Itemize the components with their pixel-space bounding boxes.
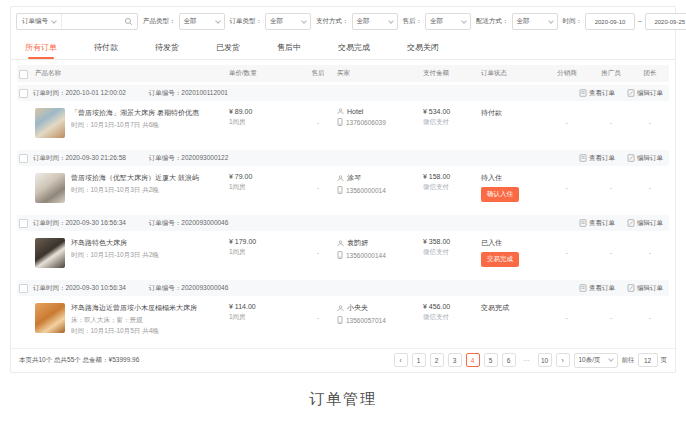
filter-label: 时间： (563, 17, 583, 26)
tab-aftersale[interactable]: 售后中 (277, 36, 301, 59)
page-summary: 本页共10个 总共55个 总金额：¥53999.96 (19, 356, 139, 365)
tab-completed[interactable]: 交易完成 (338, 36, 370, 59)
quantity: 1间房 (229, 183, 299, 192)
page-ellipsis[interactable]: ··· (520, 353, 534, 367)
chevron-down-icon (608, 357, 614, 363)
filter-pay-method: 支付方式： 全部 (316, 13, 398, 30)
person-icon (337, 240, 344, 247)
list-footer: 本页共10个 总共55个 总金额：¥53999.96 ‹ 1 2 3 4 5 6… (11, 348, 675, 372)
edit-order-button[interactable]: 编辑订单 (627, 284, 663, 293)
page-button-3[interactable]: 3 (448, 353, 462, 367)
page-button-10[interactable]: 10 (538, 353, 552, 367)
page-button-1[interactable]: 1 (412, 353, 426, 367)
order-status: 已入住 (481, 238, 545, 248)
edit-order-button[interactable]: 编辑订单 (627, 154, 663, 163)
product-image (35, 238, 65, 268)
tab-all-orders[interactable]: 所有订单 (25, 36, 57, 59)
date-start-input[interactable] (585, 13, 635, 30)
order-no-label: 订单编号： (149, 284, 182, 291)
order-checkbox[interactable] (19, 219, 28, 228)
filter-product-type: 产品类型： 全部 (143, 13, 225, 30)
select-all-checkbox[interactable] (19, 70, 28, 79)
order-checkbox[interactable] (19, 89, 28, 98)
unit-price: ¥ 79.00 (229, 173, 299, 180)
product-name: 环岛路海边近曾厝垵小木屋榻榻米大床房 (71, 303, 197, 313)
distributor-value: - (545, 108, 589, 126)
order-status: 交易完成 (481, 303, 545, 313)
view-order-label: 查看订单 (589, 154, 615, 163)
jump-suffix: 页 (661, 356, 668, 365)
chevron-down-icon (548, 18, 554, 24)
next-page-button[interactable]: › (556, 353, 570, 367)
pay-method: 微信支付 (423, 248, 481, 257)
col-order-status: 订单状态 (481, 69, 545, 78)
page-button-5[interactable]: 5 (484, 353, 498, 367)
buyer-phone: 13560000014 (346, 187, 386, 194)
product-image (35, 108, 65, 138)
filter-label: 产品类型： (143, 17, 176, 26)
tab-shipped[interactable]: 已发货 (216, 36, 240, 59)
search-field-select[interactable]: 订单编号 (17, 14, 62, 29)
page-title: 订单管理 (0, 390, 686, 409)
date-end-input[interactable] (645, 13, 686, 30)
aftersale-select[interactable]: 全部 (425, 13, 471, 30)
edit-icon (627, 89, 635, 97)
view-order-button[interactable]: 查看订单 (579, 219, 615, 228)
order-row: 曾厝垵拾海（优墅大床房）近厦大 鼓浪屿 时间：10月1日-10月3日 共2晚 ¥… (17, 166, 669, 212)
col-leader: 团长 (633, 69, 667, 78)
table-header-row: 产品名称 单价/数量 售后 买家 支付金额 订单状态 分销商 推广员 团长 (17, 65, 669, 82)
prev-page-button[interactable]: ‹ (394, 353, 408, 367)
page-button-6[interactable]: 6 (502, 353, 516, 367)
edit-order-button[interactable]: 编辑订单 (627, 219, 663, 228)
order-type-select[interactable]: 全部 (265, 13, 311, 30)
select-value: 全部 (357, 17, 370, 26)
tab-pending-payment[interactable]: 待付款 (94, 36, 118, 59)
distributor-value: - (545, 173, 589, 191)
pay-amount: ¥ 158.00 (423, 173, 481, 180)
person-icon (337, 175, 344, 182)
select-value: 全部 (184, 17, 197, 26)
order-management-page: 订单编号 产品类型： 全部 订单类型： (0, 0, 686, 424)
document-icon (579, 89, 587, 97)
view-order-button[interactable]: 查看订单 (579, 284, 615, 293)
promoter-value: - (589, 303, 633, 321)
chevron-right-icon: › (561, 357, 563, 364)
pay-amount: ¥ 534.00 (423, 108, 481, 115)
chevron-down-icon (51, 18, 57, 24)
search-input[interactable] (62, 15, 120, 29)
tab-closed[interactable]: 交易关闭 (407, 36, 439, 59)
product-name: 曾厝垵拾海（优墅大床房）近厦大 鼓浪屿 (71, 173, 199, 183)
edit-order-label: 编辑订单 (637, 284, 663, 293)
buyer-name: 袁韵妍 (347, 238, 368, 248)
tab-pending-shipment[interactable]: 待发货 (155, 36, 179, 59)
leader-value: - (633, 173, 667, 191)
order-no-value: 2020093000046 (181, 219, 228, 226)
view-order-button[interactable]: 查看订单 (579, 89, 615, 98)
order-row: 环岛路海边近曾厝垵小木屋榻榻米大床房 床：双人大床；窗：景观 时间：10月1日-… (17, 296, 669, 344)
view-order-button[interactable]: 查看订单 (579, 154, 615, 163)
search-icon[interactable] (120, 17, 137, 26)
document-icon (579, 284, 587, 292)
confirm-checkin-button[interactable]: 确认入住 (481, 187, 519, 202)
delivery-select[interactable]: 全部 (512, 13, 558, 30)
order-status: 待入住 (481, 173, 545, 183)
page-button-2[interactable]: 2 (430, 353, 444, 367)
leader-value: - (633, 108, 667, 126)
order-checkbox[interactable] (19, 284, 28, 293)
aftersale-value: - (299, 108, 337, 126)
pay-method-select[interactable]: 全部 (352, 13, 398, 30)
pagination: ‹ 1 2 3 4 5 6 ··· 10 › 10条/页 前往 页 (394, 353, 668, 368)
complete-trade-button[interactable]: 交易完成 (481, 252, 519, 267)
person-icon (337, 305, 344, 312)
jump-page-input[interactable] (638, 353, 658, 367)
order-checkbox[interactable] (19, 154, 28, 163)
order-status: 待付款 (481, 108, 545, 118)
order-time-value: 2020-10-01 12:00:02 (66, 89, 126, 96)
product-name: 「曾厝垵拾海」湖景大床房 暑期特价优惠 (71, 108, 199, 118)
view-order-label: 查看订单 (589, 219, 615, 228)
leader-value: - (633, 238, 667, 256)
page-size-select[interactable]: 10条/页 (574, 353, 618, 368)
product-type-select[interactable]: 全部 (179, 13, 225, 30)
edit-order-button[interactable]: 编辑订单 (627, 89, 663, 98)
page-button-4-active[interactable]: 4 (466, 353, 480, 367)
